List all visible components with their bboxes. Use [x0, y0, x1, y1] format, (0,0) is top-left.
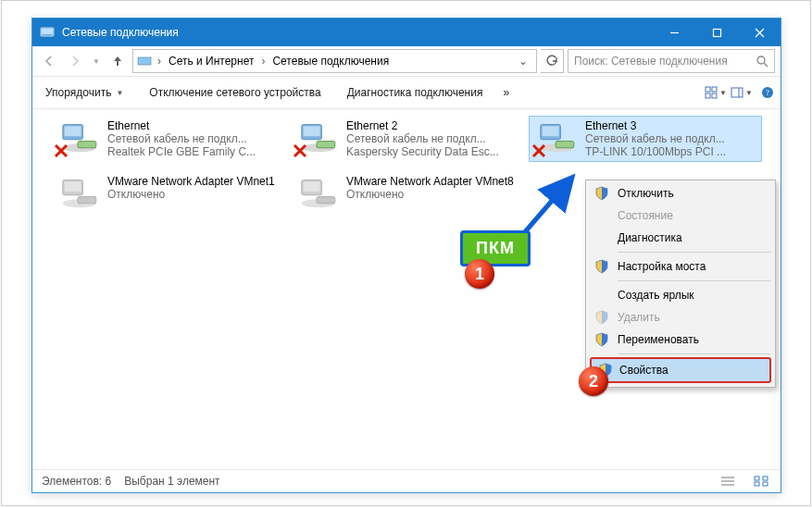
svg-line-8 [764, 63, 768, 67]
connection-item-selected[interactable]: Ethernet 3 Сетевой кабель не подкл... TP… [529, 116, 762, 162]
svg-rect-10 [712, 87, 717, 92]
svg-rect-13 [731, 88, 743, 97]
menu-item-rename[interactable]: Переименовать [588, 328, 773, 351]
svg-point-7 [757, 56, 765, 64]
menu-item-status: Состояние [588, 204, 773, 227]
disconnected-x-icon [531, 143, 546, 158]
status-selected-count: Выбран 1 элемент [124, 475, 219, 488]
minimize-button[interactable] [653, 19, 695, 46]
menu-item-diagnose[interactable]: Диагностика [588, 227, 773, 249]
shield-icon [594, 310, 609, 325]
chevron-right-icon: › [259, 55, 267, 68]
search-icon [756, 56, 768, 68]
connection-device: Realtek PCIe GBE Family C... [107, 145, 256, 158]
svg-rect-38 [78, 197, 96, 204]
diagnose-button[interactable]: Диагностика подключения [334, 77, 496, 108]
toolbar-overflow[interactable]: » [495, 77, 517, 108]
back-button[interactable] [38, 50, 60, 72]
network-adapter-icon-disabled [294, 175, 339, 212]
address-dropdown[interactable]: ⌄ [514, 55, 532, 68]
svg-rect-18 [65, 126, 81, 136]
connection-status: Отключено [107, 188, 275, 201]
view-menu[interactable]: ▼ [703, 80, 729, 105]
svg-rect-6 [138, 57, 151, 65]
svg-rect-36 [65, 181, 81, 192]
svg-rect-12 [712, 93, 717, 98]
connection-item[interactable]: Ethernet Сетевой кабель не подкл... Real… [51, 116, 284, 162]
connection-device: TP-LINK 10/100Mbps PCI ... [585, 145, 726, 158]
refresh-button[interactable] [541, 49, 564, 73]
connection-item[interactable]: Ethernet 2 Сетевой кабель не подкл... Ka… [290, 116, 523, 162]
forward-button[interactable] [64, 50, 86, 72]
chevron-right-icon: › [156, 55, 163, 68]
status-bar: Элементов: 6 Выбран 1 элемент [32, 469, 781, 492]
svg-text:?: ? [766, 88, 769, 97]
svg-rect-42 [317, 197, 335, 204]
toolbar: Упорядочить▼ Отключение сетевого устройс… [32, 77, 781, 109]
connection-status: Отключено [346, 188, 514, 201]
search-placeholder: Поиск: Сетевые подключения [574, 55, 751, 68]
connection-name: Ethernet 2 [346, 119, 499, 132]
svg-rect-3 [713, 29, 720, 36]
menu-item-properties[interactable]: Свойства [590, 357, 771, 383]
maximize-button[interactable] [695, 19, 738, 46]
window-title: Сетевые подключения [62, 26, 653, 39]
connection-name: Ethernet 3 [585, 119, 726, 132]
svg-rect-32 [556, 142, 574, 148]
menu-item-bridge[interactable]: Настройка моста [588, 255, 773, 278]
context-menu: Отключить Состояние Диагностика Настройк… [585, 180, 776, 388]
svg-rect-30 [543, 126, 559, 136]
connection-device: Kaspersky Security Data Esc... [346, 145, 499, 158]
disable-device-button[interactable]: Отключение сетевого устройства [136, 77, 333, 108]
svg-rect-24 [304, 126, 320, 136]
svg-rect-11 [706, 93, 710, 98]
network-adapter-icon-disabled [56, 175, 100, 212]
breadcrumb-item[interactable]: Сетевые подключения [270, 55, 391, 68]
help-button[interactable]: ? [755, 80, 781, 105]
svg-rect-20 [78, 142, 96, 148]
breadcrumb-item[interactable]: Сеть и Интернет [167, 55, 256, 68]
annotation-badge-2: 2 [579, 366, 608, 396]
up-button[interactable] [106, 50, 129, 72]
network-adapter-icon [533, 119, 578, 156]
connection-status: Сетевой кабель не подкл... [107, 132, 256, 145]
organize-menu[interactable]: Упорядочить▼ [32, 77, 136, 108]
annotation-badge-1: 1 [465, 259, 494, 289]
connection-status: Сетевой кабель не подкл... [585, 132, 726, 145]
network-adapter-icon [294, 119, 339, 156]
shield-icon [594, 186, 609, 201]
connection-status: Сетевой кабель не подкл... [346, 132, 499, 145]
network-adapter-icon [56, 119, 100, 156]
connection-item[interactable]: VMware Network Adapter VMnet8 Отключено [290, 171, 523, 216]
search-input[interactable]: Поиск: Сетевые подключения [568, 49, 775, 73]
connection-name: VMware Network Adapter VMnet1 [107, 175, 275, 188]
preview-pane-button[interactable]: ▼ [729, 80, 755, 105]
menu-separator [618, 252, 771, 253]
svg-rect-1 [42, 29, 53, 34]
disconnected-x-icon [54, 143, 69, 158]
menu-item-delete: Удалить [588, 306, 773, 328]
status-item-count: Элементов: 6 [42, 475, 111, 488]
svg-rect-48 [755, 482, 759, 486]
svg-rect-47 [763, 477, 768, 480]
svg-rect-46 [755, 477, 759, 480]
menu-item-disable[interactable]: Отключить [588, 182, 773, 204]
svg-rect-9 [706, 87, 710, 92]
connection-name: Ethernet [107, 119, 256, 132]
disconnected-x-icon [293, 143, 307, 158]
close-button[interactable] [738, 19, 781, 46]
address-bar: ▼ › Сеть и Интернет › Сетевые подключени… [32, 46, 781, 77]
svg-rect-40 [304, 181, 320, 192]
details-view-button[interactable] [718, 473, 738, 489]
svg-rect-49 [763, 482, 768, 486]
connection-item[interactable]: VMware Network Adapter VMnet1 Отключено [51, 171, 284, 216]
menu-separator [618, 353, 771, 354]
recent-dropdown[interactable]: ▼ [90, 50, 103, 72]
menu-item-shortcut[interactable]: Создать ярлык [588, 284, 773, 306]
window-icon [40, 25, 55, 40]
address-box[interactable]: › Сеть и Интернет › Сетевые подключения … [132, 49, 537, 73]
large-icons-view-button[interactable] [751, 473, 771, 489]
shield-icon [594, 332, 609, 347]
menu-separator [618, 280, 771, 281]
shield-icon [594, 259, 609, 274]
